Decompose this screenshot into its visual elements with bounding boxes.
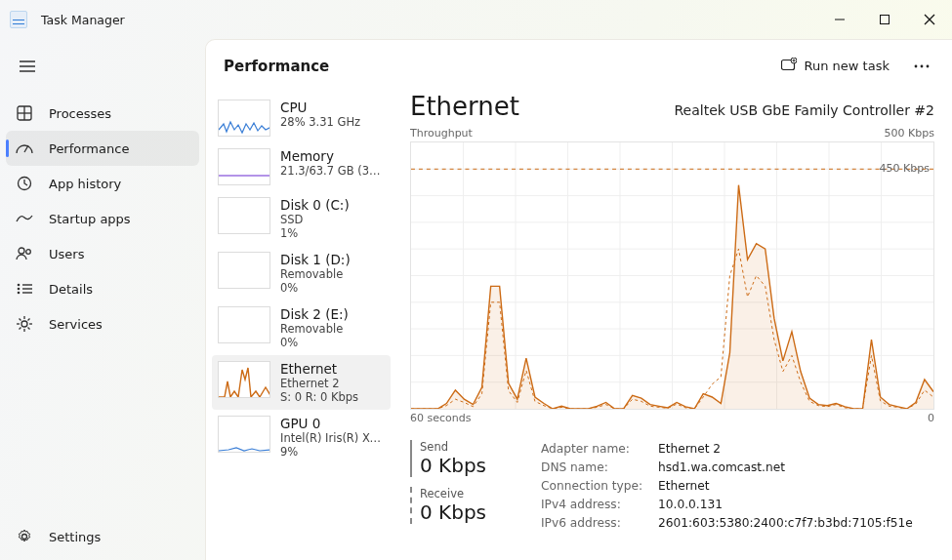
resource-thumb [218,416,270,453]
kv-value: 10.0.0.131 [658,496,723,514]
kv-key: Adapter name: [541,440,648,459]
send-metric: Send 0 Kbps [410,440,517,477]
gear-icon [16,316,33,332]
resource-sub: Ethernet 2 [280,377,358,390]
resource-thumb [218,361,270,398]
users-icon [16,247,33,260]
nav-item-settings[interactable]: Settings [6,519,199,554]
resource-item-cpu[interactable]: CPU 28% 3.31 GHz [212,94,391,142]
svg-line-27 [28,319,30,321]
nav-item-users[interactable]: Users [6,236,199,271]
history-icon [16,176,33,191]
nav-label: Performance [49,141,129,156]
run-new-task-button[interactable]: Run new task [771,54,899,78]
panel-title: Performance [224,58,329,75]
nav-item-services[interactable]: Services [6,306,199,341]
resource-title: Disk 2 (E:) [280,306,349,322]
run-task-icon [781,58,797,74]
startup-icon [16,212,33,225]
maximize-button[interactable] [862,4,907,35]
kv-key: IPv4 address: [541,496,648,514]
resource-sub: Removable [280,267,351,281]
svg-point-12 [19,248,24,254]
nav-item-startup-apps[interactable]: Startup apps [6,201,199,236]
svg-point-13 [26,250,31,255]
list-icon [16,283,33,295]
panel-header: Performance Run new task [206,40,952,90]
resource-title: Disk 0 (C:) [280,197,350,213]
resource-item-gpu0[interactable]: GPU 0 Intel(R) Iris(R) Xe Gra... 9% [212,410,391,464]
resource-detail: Ethernet Realtek USB GbE Family Controll… [396,90,952,560]
resource-thumb [218,306,270,343]
run-task-label: Run new task [805,59,890,73]
nav-rail: Processes Performance App history Startu… [0,39,205,560]
svg-point-14 [18,284,21,287]
detail-properties: Adapter name:Ethernet 2 DNS name:hsd1.wa… [541,440,913,534]
resource-sub2: 1% [280,226,350,240]
detail-subtitle: Realtek USB GbE Family Controller #2 [674,102,934,118]
svg-point-36 [927,64,930,67]
nav-label: Users [49,247,84,261]
resource-sub2: 9% [280,445,385,459]
resource-list: CPU 28% 3.31 GHz Memory 21.3/63.7 GB (33… [206,90,396,560]
svg-rect-1 [881,16,890,24]
receive-metric: Receive 0 Kbps [410,487,517,524]
resource-sub: 21.3/63.7 GB (33%) [280,164,385,178]
send-value: 0 Kbps [420,454,517,477]
chart-xright-label: 0 [928,412,934,424]
more-button[interactable] [905,64,938,68]
resource-title: Memory [280,148,385,164]
resource-item-memory[interactable]: Memory 21.3/63.7 GB (33%) [212,142,391,191]
resource-item-disk1[interactable]: Disk 1 (D:) Removable 0% [212,246,391,300]
speed-icon [16,140,33,156]
kv-value: Ethernet 2 [658,440,721,459]
resource-item-disk2[interactable]: Disk 2 (E:) Removable 0% [212,300,391,355]
kv-key: IPv6 address: [541,514,648,533]
resource-title: GPU 0 [280,416,385,431]
app-title: Task Manager [41,13,125,27]
chart-xleft-label: 60 seconds [410,412,471,424]
close-button[interactable] [907,4,952,35]
svg-line-28 [20,328,21,330]
nav-item-performance[interactable]: Performance [6,131,199,166]
svg-point-18 [18,292,21,295]
chart-ymax-label: 500 Kbps [885,127,934,140]
resource-title: Ethernet [280,361,358,377]
resource-thumb [218,100,270,137]
resource-sub2: 0% [280,336,349,349]
resource-sub2: S: 0 R: 0 Kbps [280,390,358,404]
resource-sub2: 0% [280,281,351,295]
resource-sub: 28% 3.31 GHz [280,115,360,129]
hamburger-button[interactable] [8,49,47,84]
kv-key: Connection type: [541,477,648,496]
nav-item-app-history[interactable]: App history [6,166,199,201]
nav-label: Settings [49,530,101,544]
nav-item-processes[interactable]: Processes [6,96,199,131]
minimize-button[interactable] [817,4,862,35]
app-icon [10,11,27,28]
svg-point-20 [21,321,27,327]
nav-label: Services [49,317,103,332]
receive-label: Receive [420,487,517,500]
nav-label: App history [49,177,121,191]
settings-icon [16,529,33,544]
resource-thumb [218,197,270,234]
svg-point-35 [921,64,924,67]
resource-thumb [218,252,270,289]
nav-label: Processes [49,106,111,121]
throughput-chart[interactable]: 450 Kbps [410,141,934,410]
svg-line-10 [24,145,28,152]
resource-item-disk0[interactable]: Disk 0 (C:) SSD 1% [212,191,391,246]
resource-title: CPU [280,100,360,115]
title-bar: Task Manager [0,0,952,39]
svg-point-29 [22,535,27,540]
send-label: Send [420,440,517,454]
resource-sub: SSD [280,213,350,226]
nav-item-details[interactable]: Details [6,271,199,306]
svg-line-25 [20,319,21,321]
svg-point-16 [18,288,21,291]
kv-key: DNS name: [541,459,648,477]
kv-value: Ethernet [658,477,710,496]
grid-icon [16,105,33,121]
resource-item-ethernet[interactable]: Ethernet Ethernet 2 S: 0 R: 0 Kbps [212,355,391,410]
